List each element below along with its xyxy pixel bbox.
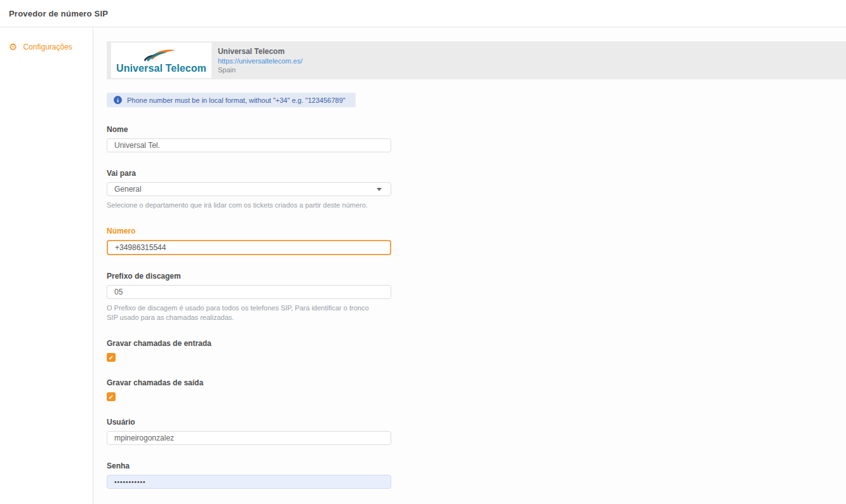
prefixo-help: O Prefixo de discagem é usado para todos… [107,303,381,322]
numero-label: Número [107,227,391,235]
sidebar: ⚙ Configurações [0,27,93,504]
field-group-prefixo: Prefixo de discagem O Prefixo de discage… [107,272,391,322]
main-content: Universal Telecom Universal Telecom http… [93,27,846,504]
gravar-entrada-checkbox[interactable]: ✓ [107,353,116,362]
gravar-saida-checkbox[interactable]: ✓ [107,392,116,401]
prefixo-input[interactable] [107,285,391,299]
provider-url-link[interactable]: https://universaltelecom.es/ [218,57,302,65]
nome-label: Nome [107,125,391,134]
vai-para-selected-value: General [114,185,142,194]
provider-card: Universal Telecom Universal Telecom http… [107,41,846,79]
page-header: Provedor de número SIP [0,0,846,27]
provider-logo: Universal Telecom [111,43,211,78]
numero-input[interactable] [107,240,391,255]
field-group-gravar-saida: Gravar chamadas de saída ✓ [107,378,391,401]
info-banner: i Phone number must be in local format, … [107,93,356,107]
field-group-numero: Número [107,227,391,255]
vai-para-select[interactable]: General [107,182,391,196]
provider-country: Spain [218,66,302,74]
usuario-input[interactable] [107,431,391,445]
provider-info: Universal Telecom https://universaltelec… [218,47,302,74]
logo-wordmark: Universal Telecom [116,63,206,74]
sip-provider-form: Nome Vai para General Selecione o depart… [107,125,391,504]
page-title: Provedor de número SIP [9,9,108,18]
info-banner-text: Phone number must be in local format, wi… [127,96,346,104]
gravar-saida-label: Gravar chamadas de saída [107,378,391,387]
field-group-nome: Nome [107,125,391,152]
logo-swoosh-icon [142,48,181,63]
provider-name: Universal Telecom [218,47,302,56]
chevron-down-icon [377,188,382,191]
senha-label: Senha [107,461,391,470]
gravar-entrada-label: Gravar chamadas de entrada [107,339,391,348]
gear-icon: ⚙ [9,43,17,51]
field-group-vai-para: Vai para General Selecione o departament… [107,169,391,210]
vai-para-label: Vai para [107,169,391,178]
senha-input[interactable] [107,475,391,489]
prefixo-label: Prefixo de discagem [107,272,391,281]
field-group-senha: Senha [107,461,391,489]
sidebar-item-label: Configurações [23,43,72,51]
nome-input[interactable] [107,138,391,152]
vai-para-help: Selecione o departamento que irá lidar c… [107,201,381,210]
field-group-gravar-entrada: Gravar chamadas de entrada ✓ [107,339,391,362]
sidebar-item-configuracoes[interactable]: ⚙ Configurações [0,40,93,54]
usuario-label: Usuário [107,418,391,427]
field-group-usuario: Usuário [107,418,391,445]
info-icon: i [114,96,122,104]
